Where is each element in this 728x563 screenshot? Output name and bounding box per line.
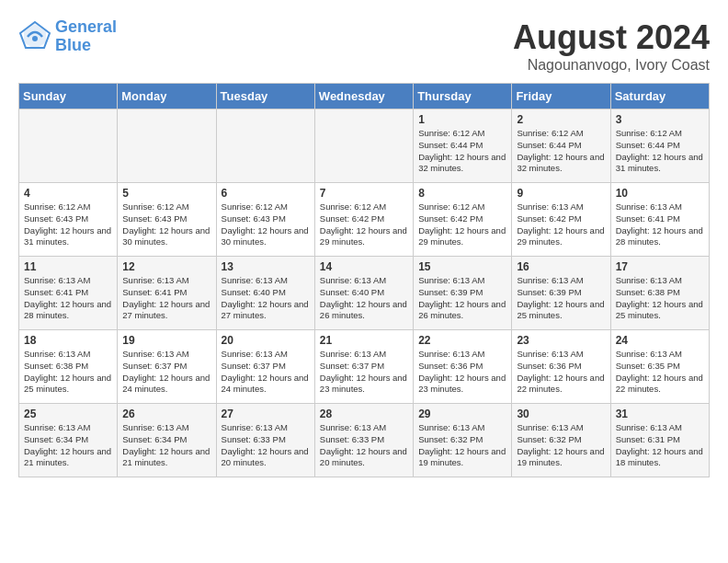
calendar-cell: 5Sunrise: 6:12 AM Sunset: 6:43 PM Daylig… — [118, 183, 216, 257]
calendar-cell: 25Sunrise: 6:13 AM Sunset: 6:34 PM Dayli… — [19, 404, 118, 477]
day-number: 28 — [320, 408, 408, 420]
day-content: Sunrise: 6:13 AM Sunset: 6:36 PM Dayligh… — [517, 349, 605, 396]
day-content: Sunrise: 6:13 AM Sunset: 6:37 PM Dayligh… — [222, 349, 310, 396]
day-number: 5 — [122, 187, 210, 200]
calendar-cell: 6Sunrise: 6:12 AM Sunset: 6:43 PM Daylig… — [216, 183, 314, 257]
day-number: 31 — [616, 408, 704, 420]
calendar-cell: 29Sunrise: 6:13 AM Sunset: 6:32 PM Dayli… — [414, 404, 512, 477]
calendar-cell: 10Sunrise: 6:13 AM Sunset: 6:41 PM Dayli… — [610, 183, 709, 257]
calendar-cell: 22Sunrise: 6:13 AM Sunset: 6:36 PM Dayli… — [414, 330, 512, 404]
day-content: Sunrise: 6:12 AM Sunset: 6:42 PM Dayligh… — [320, 201, 408, 248]
calendar-body: 1Sunrise: 6:12 AM Sunset: 6:44 PM Daylig… — [19, 109, 710, 477]
day-number: 16 — [517, 260, 605, 273]
day-content: Sunrise: 6:13 AM Sunset: 6:39 PM Dayligh… — [517, 275, 605, 322]
day-content: Sunrise: 6:13 AM Sunset: 6:39 PM Dayligh… — [418, 275, 506, 322]
day-content: Sunrise: 6:13 AM Sunset: 6:34 PM Dayligh… — [24, 422, 112, 469]
day-number: 26 — [122, 408, 210, 420]
calendar-week-5: 25Sunrise: 6:13 AM Sunset: 6:34 PM Dayli… — [19, 404, 710, 477]
day-content: Sunrise: 6:12 AM Sunset: 6:44 PM Dayligh… — [517, 128, 605, 175]
day-content: Sunrise: 6:13 AM Sunset: 6:41 PM Dayligh… — [616, 201, 704, 248]
day-number: 21 — [320, 334, 408, 347]
day-number: 10 — [616, 187, 704, 200]
day-number: 12 — [122, 260, 210, 273]
day-content: Sunrise: 6:12 AM Sunset: 6:42 PM Dayligh… — [418, 201, 506, 248]
day-content: Sunrise: 6:13 AM Sunset: 6:42 PM Dayligh… — [517, 201, 605, 248]
day-number: 2 — [517, 113, 605, 126]
page-header: General Blue August 2024 Nagounanvogo, I… — [18, 18, 710, 74]
day-number: 13 — [222, 260, 310, 273]
calendar-cell: 27Sunrise: 6:13 AM Sunset: 6:33 PM Dayli… — [216, 404, 314, 477]
day-header-tuesday: Tuesday — [216, 84, 314, 109]
calendar-cell: 20Sunrise: 6:13 AM Sunset: 6:37 PM Dayli… — [216, 330, 314, 404]
calendar-cell: 3Sunrise: 6:12 AM Sunset: 6:44 PM Daylig… — [610, 109, 709, 183]
day-content: Sunrise: 6:12 AM Sunset: 6:44 PM Dayligh… — [616, 128, 704, 175]
day-content: Sunrise: 6:13 AM Sunset: 6:32 PM Dayligh… — [517, 422, 605, 469]
day-content: Sunrise: 6:13 AM Sunset: 6:38 PM Dayligh… — [24, 349, 112, 396]
day-number: 17 — [616, 260, 704, 273]
day-content: Sunrise: 6:13 AM Sunset: 6:37 PM Dayligh… — [320, 349, 408, 396]
calendar-table: SundayMondayTuesdayWednesdayThursdayFrid… — [18, 83, 710, 477]
day-content: Sunrise: 6:13 AM Sunset: 6:35 PM Dayligh… — [616, 349, 704, 396]
day-content: Sunrise: 6:13 AM Sunset: 6:40 PM Dayligh… — [222, 275, 310, 322]
calendar-cell: 19Sunrise: 6:13 AM Sunset: 6:37 PM Dayli… — [118, 330, 216, 404]
calendar-cell: 9Sunrise: 6:13 AM Sunset: 6:42 PM Daylig… — [512, 183, 610, 257]
day-header-monday: Monday — [118, 84, 216, 109]
day-number: 11 — [24, 260, 112, 273]
calendar-cell: 4Sunrise: 6:12 AM Sunset: 6:43 PM Daylig… — [19, 183, 118, 257]
calendar-cell: 17Sunrise: 6:13 AM Sunset: 6:38 PM Dayli… — [610, 257, 709, 330]
calendar-cell: 12Sunrise: 6:13 AM Sunset: 6:41 PM Dayli… — [118, 257, 216, 330]
calendar-cell: 11Sunrise: 6:13 AM Sunset: 6:41 PM Dayli… — [19, 257, 118, 330]
calendar-cell: 26Sunrise: 6:13 AM Sunset: 6:34 PM Dayli… — [118, 404, 216, 477]
calendar-cell: 16Sunrise: 6:13 AM Sunset: 6:39 PM Dayli… — [512, 257, 610, 330]
day-content: Sunrise: 6:13 AM Sunset: 6:38 PM Dayligh… — [616, 275, 704, 322]
day-number: 14 — [320, 260, 408, 273]
logo-icon — [18, 20, 51, 53]
day-number: 3 — [616, 113, 704, 126]
calendar-cell — [118, 109, 216, 183]
calendar-week-4: 18Sunrise: 6:13 AM Sunset: 6:38 PM Dayli… — [19, 330, 710, 404]
day-content: Sunrise: 6:13 AM Sunset: 6:37 PM Dayligh… — [122, 349, 210, 396]
day-content: Sunrise: 6:12 AM Sunset: 6:44 PM Dayligh… — [418, 128, 506, 175]
day-number: 20 — [222, 334, 310, 347]
day-number: 15 — [418, 260, 506, 273]
calendar-header-row: SundayMondayTuesdayWednesdayThursdayFrid… — [19, 84, 710, 109]
day-number: 7 — [320, 187, 408, 200]
day-content: Sunrise: 6:13 AM Sunset: 6:31 PM Dayligh… — [616, 422, 704, 469]
day-content: Sunrise: 6:13 AM Sunset: 6:41 PM Dayligh… — [24, 275, 112, 322]
day-content: Sunrise: 6:12 AM Sunset: 6:43 PM Dayligh… — [222, 201, 310, 248]
day-header-wednesday: Wednesday — [314, 84, 413, 109]
day-number: 29 — [418, 408, 506, 420]
day-number: 23 — [517, 334, 605, 347]
day-content: Sunrise: 6:12 AM Sunset: 6:43 PM Dayligh… — [122, 201, 210, 248]
calendar-cell: 8Sunrise: 6:12 AM Sunset: 6:42 PM Daylig… — [414, 183, 512, 257]
day-content: Sunrise: 6:13 AM Sunset: 6:32 PM Dayligh… — [418, 422, 506, 469]
day-content: Sunrise: 6:13 AM Sunset: 6:33 PM Dayligh… — [320, 422, 408, 469]
day-number: 6 — [222, 187, 310, 200]
logo: General Blue — [18, 18, 117, 55]
svg-point-2 — [32, 36, 38, 41]
day-header-saturday: Saturday — [610, 84, 709, 109]
day-number: 25 — [24, 408, 112, 420]
day-number: 9 — [517, 187, 605, 200]
day-number: 8 — [418, 187, 506, 200]
calendar-cell: 7Sunrise: 6:12 AM Sunset: 6:42 PM Daylig… — [314, 183, 413, 257]
day-number: 27 — [222, 408, 310, 420]
calendar-cell: 24Sunrise: 6:13 AM Sunset: 6:35 PM Dayli… — [610, 330, 709, 404]
calendar-cell: 13Sunrise: 6:13 AM Sunset: 6:40 PM Dayli… — [216, 257, 314, 330]
calendar-week-2: 4Sunrise: 6:12 AM Sunset: 6:43 PM Daylig… — [19, 183, 710, 257]
day-header-thursday: Thursday — [414, 84, 512, 109]
day-content: Sunrise: 6:13 AM Sunset: 6:34 PM Dayligh… — [122, 422, 210, 469]
calendar-cell: 18Sunrise: 6:13 AM Sunset: 6:38 PM Dayli… — [19, 330, 118, 404]
day-number: 1 — [418, 113, 506, 126]
calendar-cell: 31Sunrise: 6:13 AM Sunset: 6:31 PM Dayli… — [610, 404, 709, 477]
calendar-cell: 2Sunrise: 6:12 AM Sunset: 6:44 PM Daylig… — [512, 109, 610, 183]
day-number: 4 — [24, 187, 112, 200]
calendar-cell: 14Sunrise: 6:13 AM Sunset: 6:40 PM Dayli… — [314, 257, 413, 330]
day-number: 22 — [418, 334, 506, 347]
calendar-cell: 15Sunrise: 6:13 AM Sunset: 6:39 PM Dayli… — [414, 257, 512, 330]
calendar-week-1: 1Sunrise: 6:12 AM Sunset: 6:44 PM Daylig… — [19, 109, 710, 183]
day-number: 19 — [122, 334, 210, 347]
day-content: Sunrise: 6:13 AM Sunset: 6:40 PM Dayligh… — [320, 275, 408, 322]
calendar-cell: 28Sunrise: 6:13 AM Sunset: 6:33 PM Dayli… — [314, 404, 413, 477]
title-block: August 2024 Nagounanvogo, Ivory Coast — [513, 18, 710, 74]
